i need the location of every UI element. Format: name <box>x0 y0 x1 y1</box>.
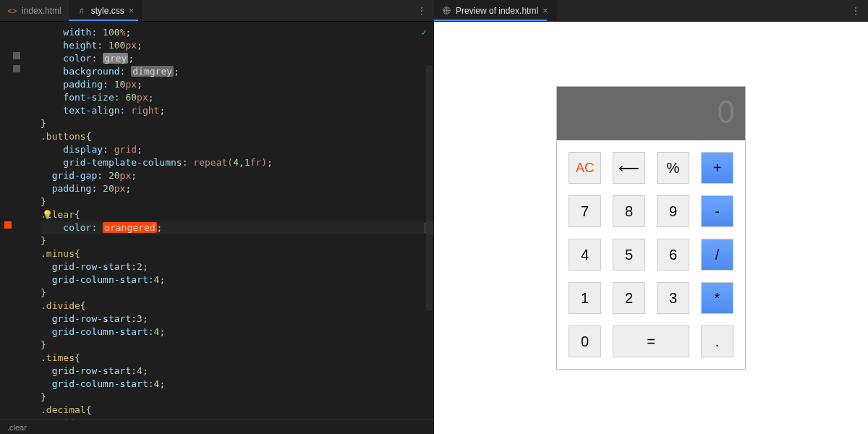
digit-3-button[interactable]: 3 <box>657 282 689 314</box>
calc-display: 0 <box>557 87 745 140</box>
editor-tabbar: <> index.html # style.css × ⋮ <box>0 0 434 22</box>
digit-6-button[interactable]: 6 <box>657 239 689 271</box>
preview-tabbar: 🌐︎ Preview of index.html × ⋮ <box>434 0 868 22</box>
preview-body: 0 AC⟵%+789-456/123*0=. <box>434 22 868 434</box>
scrollbar-thumb[interactable] <box>426 65 433 311</box>
digit-7-button[interactable]: 7 <box>569 195 601 227</box>
calculator: 0 AC⟵%+789-456/123*0=. <box>556 86 746 370</box>
preview-pane: 🌐︎ Preview of index.html × ⋮ 0 AC⟵%+789-… <box>434 0 868 434</box>
close-icon[interactable]: × <box>542 5 548 16</box>
tab-label: style.css <box>91 6 124 16</box>
code-area[interactable]: width: 100%; height: 100px; color: grey;… <box>41 22 434 434</box>
tab-more-icon[interactable]: ⋮ <box>409 5 434 17</box>
digit-5-button[interactable]: 5 <box>613 239 645 271</box>
statusbar: .clear <box>0 420 434 434</box>
clear-button[interactable]: AC <box>569 152 601 184</box>
tab-index-html[interactable]: <> index.html <box>0 0 69 22</box>
statusbar-selector: .clear <box>7 423 27 432</box>
tab-label: Preview of index.html <box>456 6 538 16</box>
digit-8-button[interactable]: 8 <box>613 195 645 227</box>
digit-9-button[interactable]: 9 <box>657 195 689 227</box>
no-problems-check-icon: ✓ <box>421 26 427 39</box>
tab-style-css[interactable]: # style.css × <box>69 0 142 22</box>
divide-button[interactable]: / <box>701 239 733 271</box>
times-button[interactable]: * <box>701 282 733 314</box>
active-tab-underline <box>69 20 138 21</box>
calc-button-grid: AC⟵%+789-456/123*0=. <box>557 140 745 369</box>
code-editor[interactable]: 💡 width: 100%; height: 100px; color: gre… <box>0 22 434 434</box>
equals-button[interactable]: = <box>613 326 689 357</box>
css-file-icon: # <box>77 6 87 16</box>
close-icon[interactable]: × <box>129 5 135 16</box>
globe-icon: 🌐︎ <box>441 6 451 16</box>
digit-0-button[interactable]: 0 <box>569 326 601 357</box>
editor-gutter: 💡 <box>0 22 41 434</box>
active-tab-underline <box>434 20 547 21</box>
tab-preview[interactable]: 🌐︎ Preview of index.html × <box>434 0 556 22</box>
minus-button[interactable]: - <box>701 195 733 227</box>
plus-button[interactable]: + <box>701 152 733 184</box>
backspace-button[interactable]: ⟵ <box>613 152 645 184</box>
editor-pane: <> index.html # style.css × ⋮ 💡 width: 1… <box>0 0 434 434</box>
digit-1-button[interactable]: 1 <box>569 282 601 314</box>
percent-button[interactable]: % <box>657 152 689 184</box>
tab-more-icon[interactable]: ⋮ <box>843 5 868 17</box>
tab-label: index.html <box>22 6 61 16</box>
digit-2-button[interactable]: 2 <box>613 282 645 314</box>
html-file-icon: <> <box>7 6 17 16</box>
decimal-button[interactable]: . <box>701 326 733 357</box>
digit-4-button[interactable]: 4 <box>569 239 601 271</box>
